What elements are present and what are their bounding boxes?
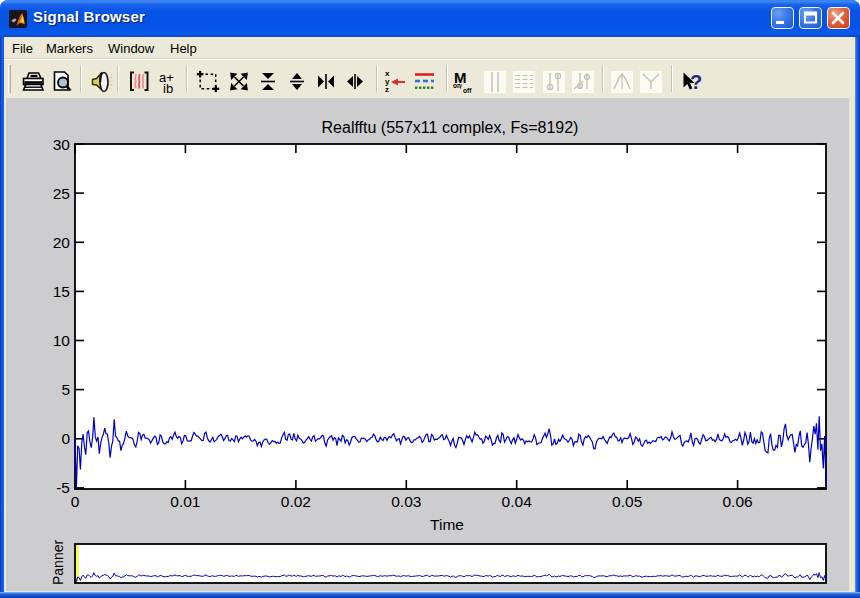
- svg-text:ib: ib: [163, 81, 173, 95]
- svg-text:0.02: 0.02: [281, 493, 311, 510]
- svg-text:0: 0: [61, 430, 70, 447]
- svg-text:off: off: [463, 87, 472, 94]
- svg-text:0.05: 0.05: [612, 493, 642, 510]
- svg-text:0.04: 0.04: [502, 493, 533, 510]
- svg-text:10: 10: [53, 332, 71, 349]
- svg-text:15: 15: [53, 283, 70, 300]
- svg-text:Panner: Panner: [50, 540, 66, 585]
- svg-text:0.06: 0.06: [723, 493, 753, 510]
- svg-text:5: 5: [61, 381, 70, 398]
- svg-text:Time: Time: [430, 516, 464, 533]
- svg-text:0.01: 0.01: [170, 493, 200, 510]
- svg-text:30: 30: [53, 136, 71, 153]
- svg-text:Realfftu (557x11 complex, Fs=8: Realfftu (557x11 complex, Fs=8192): [322, 119, 579, 136]
- svg-text:z: z: [385, 85, 389, 94]
- svg-text:-5: -5: [56, 479, 70, 496]
- svg-text:0: 0: [71, 493, 80, 510]
- svg-text:0.03: 0.03: [391, 493, 421, 510]
- svg-text:/: /: [460, 83, 462, 90]
- svg-text:20: 20: [53, 234, 71, 251]
- svg-text:25: 25: [53, 185, 70, 202]
